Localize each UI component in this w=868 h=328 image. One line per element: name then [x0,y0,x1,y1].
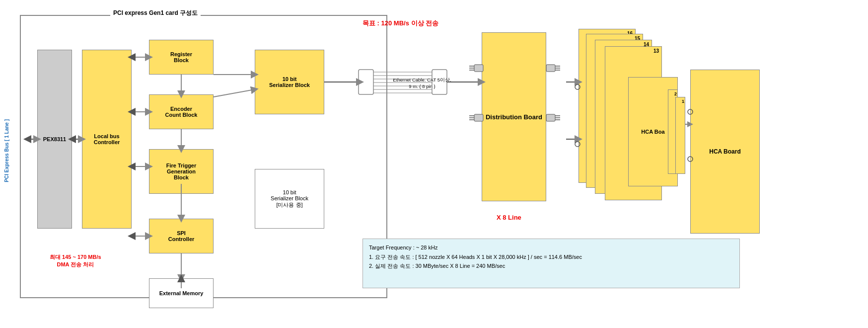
notes-line2: 1. 요구 전송 속도 : [ 512 nozzle X 64 Heads X … [369,252,733,262]
notes-line3: 2. 실제 전송 속도 : 30 MByte/sec X 8 Line = 24… [369,261,733,271]
register-block: RegisterBlock [149,40,214,75]
notes-line1: Target Frequency : ~ 28 kHz [369,243,733,252]
bottom-left-note: 최대 145 ~ 170 MB/s DMA 전송 처리 [50,253,101,268]
spi-block: SPIController [149,219,214,253]
serializer-bottom: 10 bitSerializer Block[미사용 중] [255,169,324,229]
ethernet-label: Ethernet Cable. CAT 5이상.9 m. ( 8 pin ) [392,77,452,89]
distribution-board: Distribution Board [482,32,546,201]
x8-line-label: X 8 Line [497,214,521,221]
serializer-top: 10 bitSerializer Block [255,50,324,114]
encoder-block: EncoderCount Block [149,94,214,129]
hca-small-1: 1 [675,97,685,174]
diagram-container: PCI express Gen1 card 구성도 PCI Express Bu… [0,0,868,328]
hca-board: HCA Board [690,70,760,234]
pex-block: PEX8311 [37,50,72,229]
svg-rect-33 [546,114,555,121]
goal-text: 목표 : 120 MB/s 이상 전송 [362,19,438,28]
local-bus-block: Local busController [82,50,132,229]
pci-bus-label: PCI Express Bus [ 1 Lane ] [4,119,9,182]
notes-box: Target Frequency : ~ 28 kHz 1. 요구 전송 속도 … [362,239,740,288]
svg-rect-32 [546,65,555,72]
fire-trigger-block: Fire TriggerGenerationBlock [149,149,214,194]
ext-mem-block: External Memory [149,278,214,308]
main-box-title: PCI express Gen1 card 구성도 [110,9,201,17]
